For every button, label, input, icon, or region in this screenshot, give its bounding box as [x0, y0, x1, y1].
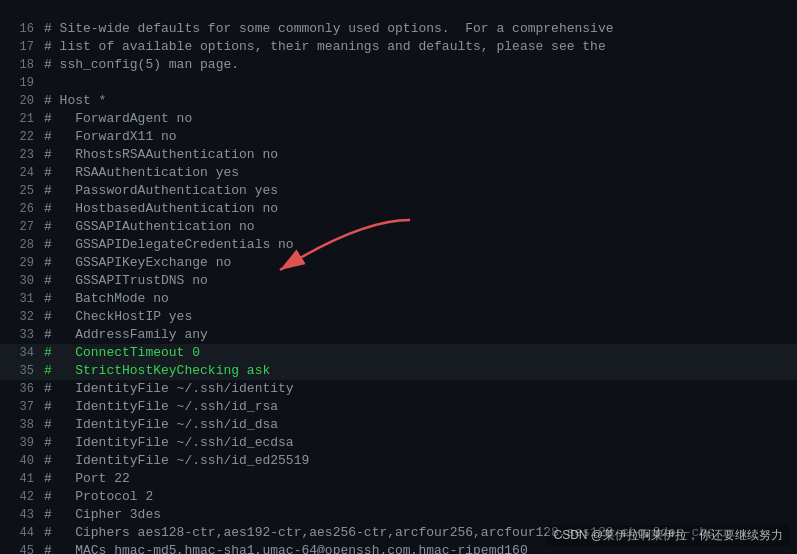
- line-content: # GSSAPIDelegateCredentials no: [44, 236, 793, 254]
- line-content: # Site-wide defaults for some commonly u…: [44, 20, 793, 38]
- code-line: 28# GSSAPIDelegateCredentials no: [0, 236, 797, 254]
- line-number: 30: [4, 272, 34, 290]
- line-number: 28: [4, 236, 34, 254]
- line-number: 19: [4, 74, 34, 92]
- line-content: # CheckHostIP yes: [44, 308, 793, 326]
- line-content: # Host *: [44, 92, 793, 110]
- line-content: # ssh_config(5) man page.: [44, 56, 793, 74]
- code-line: 40# IdentityFile ~/.ssh/id_ed25519: [0, 452, 797, 470]
- line-content: # IdentityFile ~/.ssh/id_ed25519: [44, 452, 793, 470]
- code-line: 26# HostbasedAuthentication no: [0, 200, 797, 218]
- line-content: # RhostsRSAAuthentication no: [44, 146, 793, 164]
- line-content: # IdentityFile ~/.ssh/identity: [44, 380, 793, 398]
- line-number: 32: [4, 308, 34, 326]
- code-line: 17# list of available options, their mea…: [0, 38, 797, 56]
- code-line: 41# Port 22: [0, 470, 797, 488]
- line-number: 34: [4, 344, 34, 362]
- line-content: # ConnectTimeout 0: [44, 344, 793, 362]
- line-number: 31: [4, 290, 34, 308]
- line-number: 16: [4, 20, 34, 38]
- code-line: 25# PasswordAuthentication yes: [0, 182, 797, 200]
- code-line: 35# StrictHostKeyChecking ask: [0, 362, 797, 380]
- line-content: # BatchMode no: [44, 290, 793, 308]
- line-content: # GSSAPIKeyExchange no: [44, 254, 793, 272]
- line-number: 26: [4, 200, 34, 218]
- line-content: # Port 22: [44, 470, 793, 488]
- line-number: 20: [4, 92, 34, 110]
- line-content: # Protocol 2: [44, 488, 793, 506]
- line-content: # ForwardX11 no: [44, 128, 793, 146]
- code-line: 39# IdentityFile ~/.ssh/id_ecdsa: [0, 434, 797, 452]
- line-number: 22: [4, 128, 34, 146]
- line-content: # IdentityFile ~/.ssh/id_dsa: [44, 416, 793, 434]
- line-number: 36: [4, 380, 34, 398]
- line-content: # GSSAPITrustDNS no: [44, 272, 793, 290]
- line-content: # GSSAPIAuthentication no: [44, 218, 793, 236]
- line-content: # IdentityFile ~/.ssh/id_rsa: [44, 398, 793, 416]
- code-line: 30# GSSAPITrustDNS no: [0, 272, 797, 290]
- code-line: 20# Host *: [0, 92, 797, 110]
- code-line: 18# ssh_config(5) man page.: [0, 56, 797, 74]
- code-line: 34# ConnectTimeout 0: [0, 344, 797, 362]
- line-content: # ForwardAgent no: [44, 110, 793, 128]
- line-number: 21: [4, 110, 34, 128]
- code-line: 42# Protocol 2: [0, 488, 797, 506]
- line-number: 43: [4, 506, 34, 524]
- code-line: 43# Cipher 3des: [0, 506, 797, 524]
- line-number: 44: [4, 524, 34, 542]
- code-line: 36# IdentityFile ~/.ssh/identity: [0, 380, 797, 398]
- code-line: 24# RSAAuthentication yes: [0, 164, 797, 182]
- code-line: 31# BatchMode no: [0, 290, 797, 308]
- line-number: 35: [4, 362, 34, 380]
- code-line: 29# GSSAPIKeyExchange no: [0, 254, 797, 272]
- line-number: 29: [4, 254, 34, 272]
- line-content: # PasswordAuthentication yes: [44, 182, 793, 200]
- line-number: 39: [4, 434, 34, 452]
- line-number: 24: [4, 164, 34, 182]
- line-number: 18: [4, 56, 34, 74]
- code-line: 23# RhostsRSAAuthentication no: [0, 146, 797, 164]
- line-number: 27: [4, 218, 34, 236]
- line-content: # list of available options, their meani…: [44, 38, 793, 56]
- code-line: 38# IdentityFile ~/.ssh/id_dsa: [0, 416, 797, 434]
- watermark-text: CSDN @莱伊拉啊莱伊拉，你还要继续努力: [547, 525, 789, 546]
- code-line: 37# IdentityFile ~/.ssh/id_rsa: [0, 398, 797, 416]
- line-content: # Cipher 3des: [44, 506, 793, 524]
- line-number: 25: [4, 182, 34, 200]
- line-content: # RSAAuthentication yes: [44, 164, 793, 182]
- line-content: # HostbasedAuthentication no: [44, 200, 793, 218]
- line-content: # IdentityFile ~/.ssh/id_ecdsa: [44, 434, 793, 452]
- line-number: 38: [4, 416, 34, 434]
- line-number: 23: [4, 146, 34, 164]
- code-line: 27# GSSAPIAuthentication no: [0, 218, 797, 236]
- code-line: 32# CheckHostIP yes: [0, 308, 797, 326]
- line-number: 45: [4, 542, 34, 554]
- code-editor: 16# Site-wide defaults for some commonly…: [0, 0, 797, 554]
- line-number: 40: [4, 452, 34, 470]
- line-number: 37: [4, 398, 34, 416]
- line-number: 33: [4, 326, 34, 344]
- code-line: 16# Site-wide defaults for some commonly…: [0, 20, 797, 38]
- line-number: 17: [4, 38, 34, 56]
- line-content: # AddressFamily any: [44, 326, 793, 344]
- line-number: 41: [4, 470, 34, 488]
- code-line: 21# ForwardAgent no: [0, 110, 797, 128]
- line-number: 42: [4, 488, 34, 506]
- code-line: 33# AddressFamily any: [0, 326, 797, 344]
- code-line: 19: [0, 74, 797, 92]
- line-content: # StrictHostKeyChecking ask: [44, 362, 793, 380]
- code-line: 22# ForwardX11 no: [0, 128, 797, 146]
